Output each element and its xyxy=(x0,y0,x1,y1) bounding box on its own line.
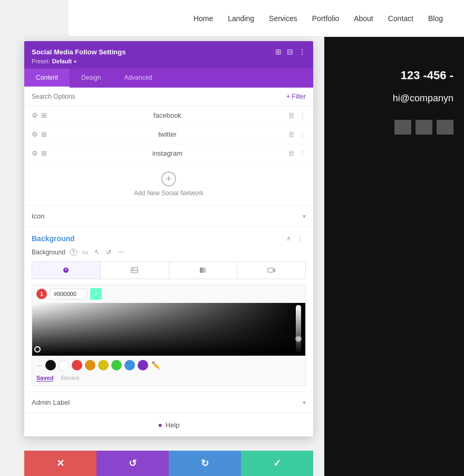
undo-button[interactable]: ↺ xyxy=(96,451,169,476)
background-type-tabs xyxy=(32,261,306,279)
icon-section-chevron-icon: ▾ xyxy=(303,213,306,220)
swatch-yellow[interactable] xyxy=(98,360,109,370)
nav-contact[interactable]: Contact xyxy=(388,14,413,23)
email-address: hi@companyn xyxy=(393,93,453,104)
facebook-copy-icon[interactable]: ⊞ xyxy=(41,111,47,119)
background-controls: Background ? ▭ ↖ ↺ ⋯ xyxy=(32,247,306,257)
background-help-icon[interactable]: ? xyxy=(70,249,77,256)
swatch-green[interactable] xyxy=(111,360,122,370)
instagram-copy-icon[interactable]: ⊞ xyxy=(41,149,47,157)
twitter-delete-icon[interactable]: 🗑 xyxy=(288,130,295,138)
facebook-more-icon[interactable]: ⋮ xyxy=(299,111,306,119)
color-gradient-canvas[interactable] xyxy=(32,303,305,356)
instagram-more-icon[interactable]: ⋮ xyxy=(299,149,306,157)
gradient-handle[interactable] xyxy=(34,346,41,353)
expand-icon[interactable]: ⊟ xyxy=(287,47,293,56)
bg-pointer-icon[interactable]: ↖ xyxy=(93,247,101,257)
vertical-lightness-slider[interactable] xyxy=(296,305,301,354)
video-icon xyxy=(267,266,276,274)
twitter-item-icons: ⚙ ⊞ xyxy=(32,130,47,138)
icon-section-header[interactable]: Icon ▾ xyxy=(24,205,313,226)
facebook-label: facebook xyxy=(47,111,288,119)
bg-undo-icon[interactable]: ↺ xyxy=(105,247,112,257)
search-input[interactable] xyxy=(32,93,286,100)
nav-services[interactable]: Services xyxy=(269,14,297,23)
svg-rect-4 xyxy=(268,268,273,272)
nav-portfolio[interactable]: Portfolio xyxy=(312,14,339,23)
redo-button[interactable]: ↻ xyxy=(169,451,241,476)
nav-landing[interactable]: Landing xyxy=(228,14,254,23)
right-panel: 123 -456 - hi@companyn xyxy=(324,37,464,476)
twitter-actions: 🗑 ⋮ xyxy=(288,130,306,138)
saved-tab[interactable]: Saved xyxy=(36,375,53,382)
top-nav: Home Landing Services Portfolio About Co… xyxy=(69,0,464,37)
bg-type-gradient[interactable] xyxy=(169,262,238,279)
nav-about[interactable]: About xyxy=(354,14,373,23)
filter-button[interactable]: + Filter xyxy=(286,93,306,100)
twitter-settings-icon[interactable]: ⚙ xyxy=(32,130,38,138)
swatch-purple[interactable] xyxy=(138,360,148,370)
twitter-label: twitter xyxy=(47,130,288,138)
swatch-orange[interactable] xyxy=(85,360,95,370)
preset-label: Preset: xyxy=(32,58,50,64)
social-item-instagram: ⚙ ⊞ instagram 🗑 ⋮ xyxy=(24,144,313,163)
facebook-settings-icon[interactable]: ⚙ xyxy=(32,111,38,119)
tab-advanced[interactable]: Advanced xyxy=(112,69,163,88)
preset-caret-icon: ▾ xyxy=(74,59,76,64)
swatch-white[interactable] xyxy=(59,360,69,370)
tab-content[interactable]: Content xyxy=(24,69,70,88)
swatch-red[interactable] xyxy=(72,360,82,370)
vertical-slider-thumb xyxy=(295,336,302,342)
more-swatches-icon[interactable]: ··· xyxy=(36,361,43,369)
social-icon-2 xyxy=(415,120,432,135)
color-hex-input[interactable] xyxy=(50,289,87,299)
panel-header: Social Media Follow Settings ⊞ ⊟ ⋮ Prese… xyxy=(24,41,313,69)
admin-label-title: Admin Label xyxy=(32,398,70,406)
background-label: Background xyxy=(32,249,65,256)
tab-design[interactable]: Design xyxy=(70,69,112,88)
bg-more-icon[interactable]: ⋮ xyxy=(295,233,306,243)
help-row: ● Help xyxy=(24,413,313,436)
more-icon[interactable]: ⋮ xyxy=(298,47,306,56)
bg-type-video[interactable] xyxy=(237,262,305,279)
phone-number: 123 -456 - xyxy=(401,69,453,82)
bg-type-color[interactable] xyxy=(32,262,101,279)
background-title: Background xyxy=(32,234,75,243)
help-label[interactable]: Help xyxy=(166,421,180,429)
color-confirm-button[interactable]: ✓ xyxy=(90,288,102,300)
search-bar: + Filter xyxy=(24,88,313,106)
swatch-black[interactable] xyxy=(45,360,56,370)
bg-collapse-icon[interactable]: ∧ xyxy=(284,233,294,243)
nav-blog[interactable]: Blog xyxy=(428,14,443,23)
settings-icon[interactable]: ⊞ xyxy=(275,47,282,56)
panel-body: + Filter ⚙ ⊞ facebook 🗑 ⋮ ⚙ ⊞ twitter 🗑 xyxy=(24,88,313,436)
bg-options-icon[interactable]: ⋯ xyxy=(117,247,125,257)
panel-header-icons: ⊞ ⊟ ⋮ xyxy=(275,47,306,56)
swatch-blue[interactable] xyxy=(124,360,135,370)
cancel-button[interactable]: ✕ xyxy=(24,451,96,476)
instagram-delete-icon[interactable]: 🗑 xyxy=(288,149,295,157)
social-item-twitter: ⚙ ⊞ twitter 🗑 ⋮ xyxy=(24,125,313,144)
color-fill-icon xyxy=(62,266,70,274)
swatches-row: ··· ✏️ xyxy=(32,356,305,373)
admin-label-chevron-icon: ▾ xyxy=(303,399,306,406)
bg-desktop-icon[interactable]: ▭ xyxy=(81,247,89,257)
admin-label-section-header[interactable]: Admin Label ▾ xyxy=(24,392,313,413)
social-icons-row xyxy=(394,120,453,135)
facebook-delete-icon[interactable]: 🗑 xyxy=(288,111,295,119)
gradient-icon xyxy=(199,266,207,274)
facebook-item-icons: ⚙ ⊞ xyxy=(32,111,47,119)
instagram-label: instagram xyxy=(47,149,288,157)
twitter-more-icon[interactable]: ⋮ xyxy=(299,130,306,138)
bg-type-image[interactable] xyxy=(101,262,169,279)
eraser-icon[interactable]: ✏️ xyxy=(151,360,161,370)
twitter-copy-icon[interactable]: ⊞ xyxy=(41,130,47,138)
action-bar: ✕ ↺ ↻ ✓ xyxy=(24,451,313,476)
instagram-settings-icon[interactable]: ⚙ xyxy=(32,149,38,157)
add-social-button[interactable]: + Add New Social Network xyxy=(24,163,313,205)
nav-home[interactable]: Home xyxy=(194,14,213,23)
color-input-row: 1 ✓ xyxy=(32,285,305,303)
save-button[interactable]: ✓ xyxy=(241,451,313,476)
recent-tab[interactable]: Recent xyxy=(61,375,79,382)
preset-dropdown[interactable]: Default xyxy=(52,58,72,64)
